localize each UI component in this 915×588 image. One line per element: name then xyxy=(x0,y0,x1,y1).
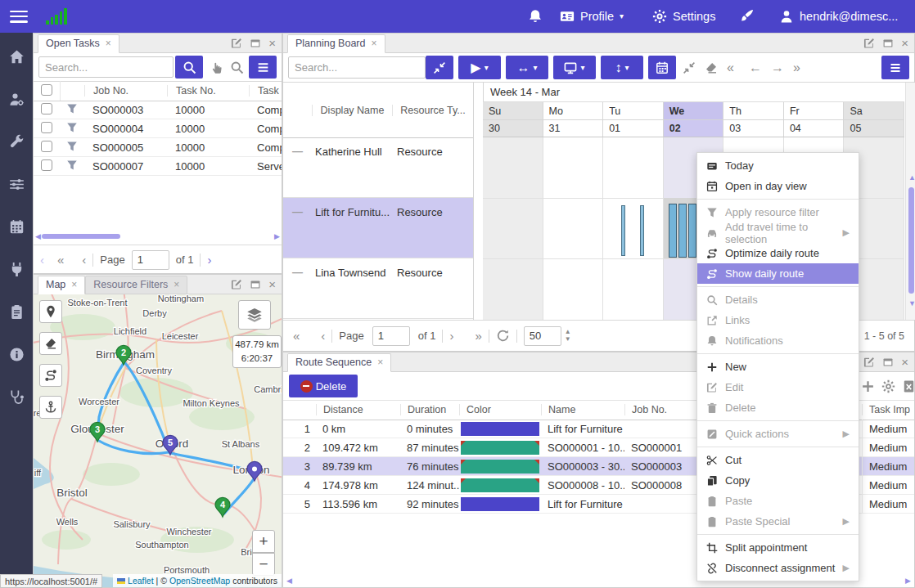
calendar-date-05[interactable]: 05 xyxy=(844,120,904,137)
table-row[interactable]: SO00000410000Compu xyxy=(34,119,282,138)
toolbar-compress-button[interactable] xyxy=(426,56,453,79)
sidebar-item-tasks[interactable] xyxy=(9,304,25,320)
menu-item-copy[interactable]: Copy xyxy=(697,470,859,491)
col-resource-type[interactable]: Resource Ty... xyxy=(392,105,473,116)
menu-item-disconnect-assignment[interactable]: Disconnect assignment▶ xyxy=(697,558,859,578)
calendar-date-31[interactable]: 31 xyxy=(543,120,604,137)
close-icon[interactable]: × xyxy=(377,357,383,367)
page-size-stepper[interactable]: ▲▼ xyxy=(565,329,571,343)
hand-pointer-icon[interactable] xyxy=(210,61,224,74)
resource-row[interactable]: —Lift for Furnitu...Resource xyxy=(283,198,473,258)
appointment-bar[interactable] xyxy=(688,204,696,258)
window-icon[interactable] xyxy=(882,38,894,49)
col-name[interactable]: Name xyxy=(541,404,624,415)
toolbar-arrow-left-button[interactable]: ← xyxy=(749,61,763,74)
calendar-date-03[interactable]: 03 xyxy=(723,120,784,137)
calendar-date-01[interactable]: 01 xyxy=(603,120,664,137)
drag-handle[interactable]: — xyxy=(283,198,312,258)
delete-button[interactable]: Delete xyxy=(289,375,358,397)
col-task-no[interactable]: Task No. xyxy=(167,85,249,97)
row-checkbox[interactable] xyxy=(41,103,52,114)
filter-icon[interactable] xyxy=(66,103,78,114)
calendar-day-Fr[interactable]: Fr xyxy=(784,102,845,119)
zoom-in-button[interactable]: + xyxy=(252,530,275,553)
search-button[interactable] xyxy=(175,56,203,79)
sidebar-item-calendar[interactable] xyxy=(9,219,25,235)
map-control-eraser-button[interactable] xyxy=(39,332,62,355)
close-icon[interactable]: × xyxy=(174,280,179,290)
bell-icon[interactable] xyxy=(528,9,543,24)
search-input[interactable] xyxy=(38,56,174,78)
appointment-bar[interactable] xyxy=(678,204,687,258)
drag-handle[interactable]: — xyxy=(283,258,312,318)
calendar-column-Su[interactable] xyxy=(483,137,543,320)
map-control-anchor-button[interactable] xyxy=(39,396,62,419)
calendar-day-Th[interactable]: Th xyxy=(723,102,784,119)
row-checkbox[interactable] xyxy=(41,141,52,152)
filter-icon[interactable] xyxy=(66,141,78,152)
osm-link[interactable]: OpenStreetMap xyxy=(169,576,230,586)
appointment-bar[interactable] xyxy=(621,205,625,256)
drag-handle[interactable]: — xyxy=(283,137,312,197)
toolbar-compress-button[interactable] xyxy=(683,61,696,74)
calendar-day-Mo[interactable]: Mo xyxy=(543,102,604,119)
menu-item-links[interactable]: Links xyxy=(697,310,859,330)
magnifier-icon[interactable] xyxy=(230,61,244,74)
page-input[interactable] xyxy=(132,250,169,270)
page-size-input[interactable] xyxy=(524,326,561,346)
tab-route-sequence[interactable]: Route Sequence× xyxy=(287,353,391,372)
menu-item-quick-actions[interactable]: Quick actions▶ xyxy=(697,424,859,444)
menu-item-open-in-day-view[interactable]: Open in day view xyxy=(697,176,859,196)
menu-item-optimize-daily-route[interactable]: Optimize daily route xyxy=(697,243,859,263)
calendar-date-02[interactable]: 02 xyxy=(664,120,724,137)
paintbrush-icon[interactable] xyxy=(739,9,754,24)
edit-panel-icon[interactable] xyxy=(231,279,242,290)
pager-next-icon[interactable]: › xyxy=(207,253,211,267)
bar-chart-logo[interactable] xyxy=(46,8,67,25)
sidebar-item-diagnostics[interactable] xyxy=(9,389,25,405)
leaflet-link[interactable]: Leaflet xyxy=(128,576,154,586)
calendar-day-Tu[interactable]: Tu xyxy=(603,102,664,119)
planning-search-input[interactable] xyxy=(288,56,426,79)
grid-menu-button[interactable] xyxy=(249,56,277,79)
window-icon[interactable] xyxy=(250,38,261,49)
col-job-no[interactable]: Job No. xyxy=(624,404,703,415)
map-control-route-button[interactable] xyxy=(39,364,62,387)
pager-first-icon[interactable]: « xyxy=(293,329,300,343)
close-panel-icon[interactable]: × xyxy=(268,38,276,49)
pager-first-icon[interactable]: « xyxy=(57,253,64,267)
menu-item-add-travel-time-to-selection[interactable]: Add travel time to selection▶ xyxy=(697,222,859,243)
row-checkbox[interactable] xyxy=(41,122,52,133)
sidebar-item-home[interactable] xyxy=(9,49,25,65)
menu-item-split-appointment[interactable]: Split appointment xyxy=(697,537,859,558)
calendar-column-Tu[interactable] xyxy=(603,137,664,320)
calendar-day-We[interactable]: We xyxy=(664,102,724,119)
toolbar-arrows-h-button[interactable]: ↔▾ xyxy=(506,56,548,79)
add-icon[interactable] xyxy=(861,379,875,393)
sidebar-item-info[interactable] xyxy=(9,347,25,362)
select-all-checkbox[interactable] xyxy=(41,84,52,96)
toolbar-arrow-right-button[interactable]: → xyxy=(771,61,785,74)
map-canvas[interactable]: Stoke-on-TrentDerbyNottinghamLichfieldLe… xyxy=(34,294,282,587)
close-icon[interactable]: × xyxy=(71,280,77,290)
tab-planning-board[interactable]: Planning Board× xyxy=(287,34,385,53)
calendar-date-30[interactable]: 30 xyxy=(483,120,543,137)
menu-icon[interactable] xyxy=(10,11,28,23)
close-panel-icon[interactable]: × xyxy=(268,279,276,290)
table-row[interactable]: SO00000510000Compu xyxy=(34,138,282,157)
toolbar-monitor-button[interactable]: ▾ xyxy=(553,56,596,79)
calendar-column-Mo[interactable] xyxy=(543,137,604,320)
resource-row[interactable]: —Katherine HullResource xyxy=(283,137,473,198)
excel-export-icon[interactable] xyxy=(902,379,915,393)
pager-prev-icon[interactable]: ‹ xyxy=(40,253,44,267)
map-control-pin-button[interactable] xyxy=(39,300,62,323)
tab-map[interactable]: Map× xyxy=(38,276,85,294)
menu-item-apply-resource-filter[interactable]: Apply resource filter xyxy=(697,202,859,222)
filter-icon[interactable] xyxy=(66,159,78,171)
calendar-day-Su[interactable]: Su xyxy=(483,102,543,119)
edit-panel-icon[interactable] xyxy=(863,357,875,368)
filter-icon[interactable] xyxy=(66,122,78,133)
toolbar-angles-left-button[interactable]: « xyxy=(727,61,741,74)
horizontal-scrollbar[interactable]: ◀ ▶ xyxy=(34,232,282,240)
col-color[interactable]: Color xyxy=(459,404,541,415)
